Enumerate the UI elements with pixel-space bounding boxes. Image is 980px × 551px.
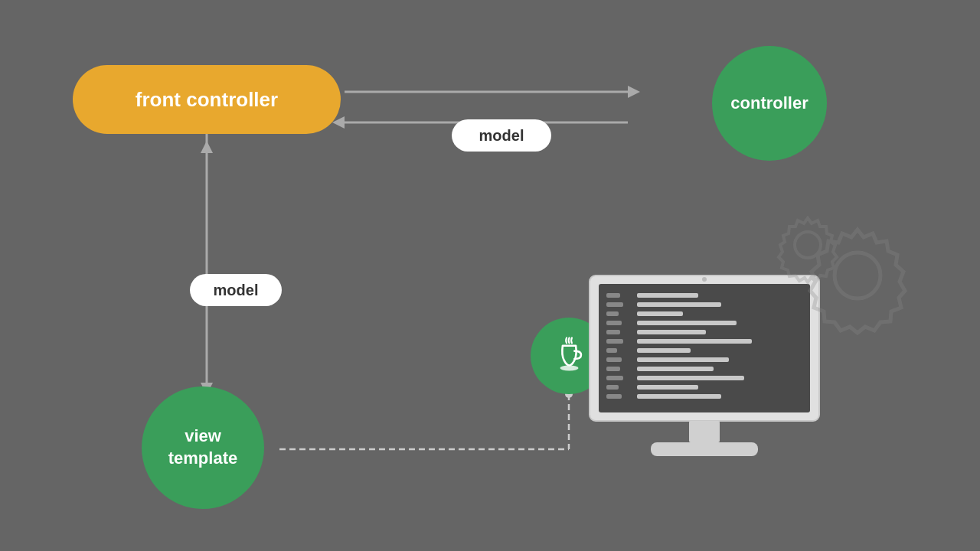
front-controller-label: front controller — [136, 88, 278, 112]
svg-marker-1 — [628, 86, 640, 98]
view-template-node: view template — [142, 386, 264, 509]
controller-node: controller — [712, 46, 827, 161]
model-h-label: model — [479, 127, 524, 145]
svg-rect-33 — [637, 367, 714, 371]
gear-icons — [766, 199, 942, 352]
svg-rect-23 — [606, 385, 619, 390]
svg-rect-21 — [606, 367, 620, 371]
svg-rect-27 — [637, 311, 683, 316]
model-v-label: model — [214, 282, 259, 299]
svg-marker-5 — [201, 141, 213, 153]
front-controller-node: front controller — [73, 65, 341, 134]
svg-rect-30 — [637, 339, 752, 344]
view-template-label: view template — [168, 425, 237, 469]
svg-point-40 — [835, 253, 880, 298]
svg-rect-19 — [606, 348, 617, 353]
svg-point-10 — [560, 365, 578, 370]
gear-decoration — [766, 199, 942, 352]
svg-rect-37 — [689, 421, 720, 442]
svg-rect-32 — [637, 357, 729, 362]
svg-rect-22 — [606, 376, 623, 380]
svg-point-39 — [702, 277, 707, 282]
svg-rect-34 — [637, 376, 744, 380]
svg-rect-15 — [606, 311, 619, 316]
svg-rect-25 — [637, 293, 698, 298]
svg-rect-38 — [651, 442, 758, 456]
svg-rect-13 — [606, 293, 620, 298]
svg-rect-31 — [637, 348, 691, 353]
svg-rect-29 — [637, 330, 706, 334]
svg-rect-14 — [606, 302, 623, 307]
svg-rect-24 — [606, 394, 622, 399]
svg-rect-35 — [637, 385, 698, 390]
svg-rect-16 — [606, 321, 622, 325]
svg-rect-17 — [606, 330, 620, 334]
model-pill-horizontal: model — [452, 119, 551, 152]
svg-rect-20 — [606, 357, 622, 362]
svg-rect-26 — [637, 302, 721, 307]
model-pill-vertical: model — [190, 274, 282, 306]
svg-rect-18 — [606, 339, 623, 344]
svg-point-41 — [795, 232, 821, 258]
svg-rect-36 — [637, 394, 721, 399]
svg-rect-28 — [637, 321, 737, 325]
controller-label: controller — [730, 93, 808, 113]
